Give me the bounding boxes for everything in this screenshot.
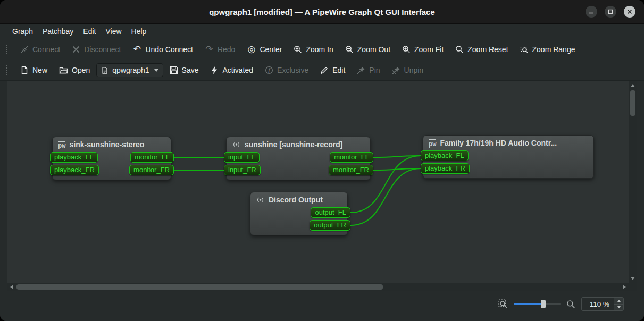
node-title: sunshine [sunshine-record] [245, 140, 342, 149]
new-file-icon [20, 66, 29, 74]
zoom-slider[interactable] [514, 299, 561, 309]
redo-button[interactable]: ↷ Redo [199, 43, 240, 56]
horizontal-scrollbar[interactable] [7, 283, 629, 291]
connection-wire[interactable] [373, 156, 421, 157]
node-header[interactable]: Discord Output [250, 192, 347, 206]
node-family-hd-audio[interactable]: pw Family 17h/19h HD Audio Contr... play… [423, 135, 594, 179]
unpin-icon [392, 66, 400, 74]
menu-patchbay[interactable]: Patchbay [38, 26, 78, 37]
zoom-in-icon [294, 45, 302, 54]
disconnect-icon [72, 45, 80, 54]
zoom-spinbox[interactable]: 110 % [581, 297, 624, 311]
scroll-left-arrow[interactable] [10, 285, 13, 289]
svg-text:f: f [268, 67, 270, 73]
statusbar: 110 % [0, 291, 644, 321]
edit-button[interactable]: Edit [315, 63, 350, 77]
connect-button[interactable]: Connect [15, 43, 65, 56]
menu-graph[interactable]: Graph [7, 26, 38, 37]
connections-layer [7, 81, 629, 283]
scroll-up-arrow[interactable] [631, 84, 635, 87]
port-monitor-fr[interactable]: monitor_FR [329, 165, 373, 175]
zoom-value[interactable]: 110 % [582, 300, 614, 308]
window-controls [586, 0, 635, 23]
pipewire-icon: pw [429, 139, 436, 147]
minimize-button[interactable] [586, 6, 597, 18]
app-window: qpwgraph1 [modified] — A PipeWire Graph … [0, 0, 644, 321]
zoom-reset-button[interactable]: Zoom Reset [450, 43, 513, 56]
zoom-fit-mini-icon[interactable] [498, 299, 508, 309]
zoom-range-button[interactable]: Zoom Range [515, 43, 581, 56]
node-title: sink-sunshine-stereo [69, 140, 144, 149]
patchbay-file-icon [101, 66, 108, 74]
node-header[interactable]: pw sink-sunshine-stereo [53, 137, 171, 150]
zoom-slider-handle[interactable] [541, 300, 546, 308]
port-output-fl[interactable]: output_FL [311, 207, 350, 218]
activated-bolt-icon [210, 66, 219, 74]
center-button[interactable]: ◎ Center [241, 43, 287, 56]
toolbar-drag-handle[interactable] [6, 65, 9, 75]
node-title: Family 17h/19h HD Audio Contr... [440, 139, 557, 147]
zoom-out-button[interactable]: Zoom Out [340, 43, 396, 56]
edit-pencil-icon [320, 66, 329, 74]
zoom-increment-button[interactable] [614, 298, 623, 305]
undo-icon: ↶ [132, 45, 141, 54]
exclusive-icon: f [265, 66, 273, 74]
port-monitor-fl[interactable]: monitor_FL [130, 152, 174, 163]
zoom-in-button[interactable]: Zoom In [288, 43, 338, 56]
port-playback-fl[interactable]: playback_FL [421, 150, 469, 161]
close-icon [627, 9, 632, 14]
zoom-fit-button[interactable]: Zoom Fit [397, 43, 449, 56]
zoom-decrement-button[interactable] [614, 305, 623, 311]
scroll-down-arrow[interactable] [631, 277, 635, 280]
open-button[interactable]: Open [54, 63, 95, 77]
port-playback-fr[interactable]: playback_FR [421, 163, 470, 174]
menu-edit[interactable]: Edit [78, 26, 101, 37]
new-button[interactable]: New [15, 63, 53, 77]
horizontal-scroll-thumb[interactable] [16, 284, 383, 290]
activated-toggle[interactable]: Activated [205, 63, 258, 77]
toolbar-patchbay: New Open qpwgraph1 Save [0, 60, 644, 81]
port-monitor-fl[interactable]: monitor_FL [330, 152, 373, 163]
open-folder-icon [59, 66, 68, 74]
toolbar-drag-handle[interactable] [6, 44, 9, 55]
node-header[interactable]: pw Family 17h/19h HD Audio Contr... [423, 136, 593, 149]
port-input-fl[interactable]: input_FL [224, 152, 260, 163]
zoom-fit-icon [402, 45, 411, 54]
port-input-fr[interactable]: input_FR [224, 165, 261, 175]
port-output-fr[interactable]: output_FR [310, 220, 350, 231]
pin-button[interactable]: Pin [352, 63, 385, 77]
disconnect-button[interactable]: Disconnect [66, 43, 126, 56]
menu-help[interactable]: Help [127, 26, 152, 37]
spin-arrows [614, 298, 623, 310]
port-playback-fl[interactable]: playback_FL [50, 152, 98, 163]
scroll-right-arrow[interactable] [623, 285, 626, 289]
monitor-speaker-icon [256, 196, 265, 204]
zoom-out-icon [345, 45, 354, 54]
unpin-button[interactable]: Unpin [387, 63, 429, 77]
vertical-scrollbar[interactable] [629, 81, 637, 283]
zoom-mini-icon[interactable] [566, 300, 575, 309]
down-arrow-icon [617, 306, 621, 308]
zoom-slider-fill [514, 303, 543, 305]
patchbay-file-dropdown[interactable]: qpwgraph1 [96, 63, 163, 77]
close-button[interactable] [624, 6, 635, 18]
connection-wire[interactable] [373, 168, 421, 170]
graph-canvas[interactable]: pw sink-sunshine-stereo playback_FL play… [7, 81, 629, 283]
node-header[interactable]: sunshine [sunshine-record] [227, 137, 370, 150]
exclusive-toggle[interactable]: f Exclusive [260, 63, 314, 77]
scrollbar-corner [629, 283, 637, 291]
port-playback-fr[interactable]: playback_FR [50, 165, 99, 175]
window-title: qpwgraph1 [modified] — A PipeWire Graph … [209, 7, 435, 16]
titlebar[interactable]: qpwgraph1 [modified] — A PipeWire Graph … [0, 0, 644, 24]
menu-view[interactable]: View [101, 26, 126, 37]
node-sink-sunshine-stereo[interactable]: pw sink-sunshine-stereo playback_FL play… [52, 137, 171, 180]
vertical-scroll-thumb[interactable] [630, 90, 635, 116]
node-discord-output[interactable]: Discord Output output_FL output_FR [250, 192, 348, 235]
port-monitor-fr[interactable]: monitor_FR [129, 165, 174, 175]
save-button[interactable]: Save [164, 63, 204, 77]
maximize-icon [608, 9, 613, 14]
node-title: Discord Output [269, 196, 323, 204]
maximize-button[interactable] [605, 6, 616, 18]
node-sunshine[interactable]: sunshine [sunshine-record] input_FL inpu… [226, 137, 371, 180]
undo-connect-button[interactable]: ↶ Undo Connect [127, 43, 198, 56]
